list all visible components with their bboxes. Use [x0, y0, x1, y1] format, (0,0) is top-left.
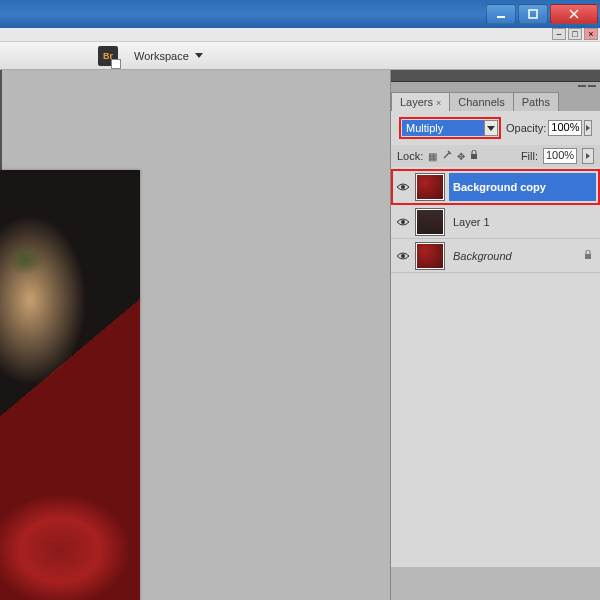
- panel-menu[interactable]: [391, 82, 600, 90]
- window-minimize-button[interactable]: [486, 4, 516, 24]
- svg-rect-1: [529, 10, 537, 18]
- tab-paths[interactable]: Paths: [513, 92, 559, 111]
- opacity-flyout-button[interactable]: [584, 120, 592, 136]
- layers-empty-area: [391, 275, 600, 567]
- eye-icon: [396, 251, 410, 261]
- opacity-label: Opacity:: [506, 122, 546, 134]
- svg-rect-2: [471, 154, 477, 159]
- fill-label: Fill:: [521, 150, 538, 162]
- bridge-button[interactable]: Br: [90, 43, 126, 69]
- document-window[interactable]: [0, 170, 140, 600]
- tab-close-icon[interactable]: ×: [436, 98, 441, 108]
- tab-layers[interactable]: Layers×: [391, 92, 450, 111]
- lock-indicator-icon: [584, 250, 596, 262]
- blend-mode-chevron[interactable]: [484, 120, 498, 136]
- panel-dock: Layers× Channels Paths Multiply Opacity:…: [390, 70, 600, 600]
- window-close-button[interactable]: [550, 4, 598, 24]
- blend-mode-value: Multiply: [402, 120, 484, 136]
- bridge-icon: Br: [98, 46, 118, 66]
- panel-grip[interactable]: [391, 70, 600, 82]
- fill-flyout-button[interactable]: [582, 148, 594, 164]
- svg-point-4: [401, 220, 405, 224]
- blend-mode-dropdown[interactable]: Multiply: [399, 117, 501, 139]
- visibility-toggle[interactable]: [395, 179, 411, 195]
- workspace-dropdown[interactable]: Workspace: [126, 47, 211, 65]
- svg-point-3: [401, 185, 405, 189]
- svg-rect-6: [585, 254, 591, 259]
- document-image: [0, 170, 140, 600]
- panel-tabs: Layers× Channels Paths: [391, 90, 600, 111]
- app-menubar: – □ ×: [0, 28, 600, 42]
- workspace-label: Workspace: [134, 50, 189, 62]
- eye-icon: [396, 217, 410, 227]
- svg-point-5: [401, 254, 405, 258]
- window-titlebar: [0, 0, 600, 28]
- lock-label: Lock:: [397, 150, 423, 162]
- layer-thumbnail[interactable]: [415, 208, 445, 236]
- fill-input[interactable]: 100%: [543, 148, 577, 164]
- visibility-toggle[interactable]: [395, 214, 411, 230]
- layer-name[interactable]: Layer 1: [449, 208, 596, 236]
- doc-close-button[interactable]: ×: [584, 28, 598, 40]
- svg-rect-0: [497, 16, 505, 18]
- layer-row-background-copy[interactable]: Background copy: [391, 169, 600, 205]
- layers-list: Background copy Layer 1 Background: [391, 167, 600, 275]
- layer-row-layer-1[interactable]: Layer 1: [391, 205, 600, 239]
- chevron-down-icon: [487, 126, 495, 131]
- canvas-area: [0, 70, 390, 600]
- layer-row-background[interactable]: Background: [391, 239, 600, 273]
- tab-label: Layers: [400, 96, 433, 108]
- tab-channels[interactable]: Channels: [449, 92, 513, 111]
- lock-all-icon[interactable]: [470, 150, 478, 162]
- lock-position-icon[interactable]: ✥: [457, 151, 465, 162]
- layer-name[interactable]: Background: [449, 242, 580, 270]
- options-bar: Br Workspace: [0, 42, 600, 70]
- eye-icon: [396, 182, 410, 192]
- doc-minimize-button[interactable]: –: [552, 28, 566, 40]
- blend-opacity-row: Multiply Opacity: 100%: [391, 111, 600, 145]
- layer-thumbnail[interactable]: [415, 242, 445, 270]
- main-area: Layers× Channels Paths Multiply Opacity:…: [0, 70, 600, 600]
- window-maximize-button[interactable]: [518, 4, 548, 24]
- layer-name[interactable]: Background copy: [449, 173, 596, 201]
- visibility-toggle[interactable]: [395, 248, 411, 264]
- opacity-input[interactable]: 100%: [548, 120, 582, 136]
- chevron-down-icon: [195, 53, 203, 58]
- lock-pixels-icon[interactable]: [442, 150, 452, 162]
- lock-transparency-icon[interactable]: ▦: [428, 151, 437, 162]
- layer-thumbnail[interactable]: [415, 173, 445, 201]
- lock-fill-row: Lock: ▦ ✥ Fill: 100%: [391, 145, 600, 167]
- doc-maximize-button[interactable]: □: [568, 28, 582, 40]
